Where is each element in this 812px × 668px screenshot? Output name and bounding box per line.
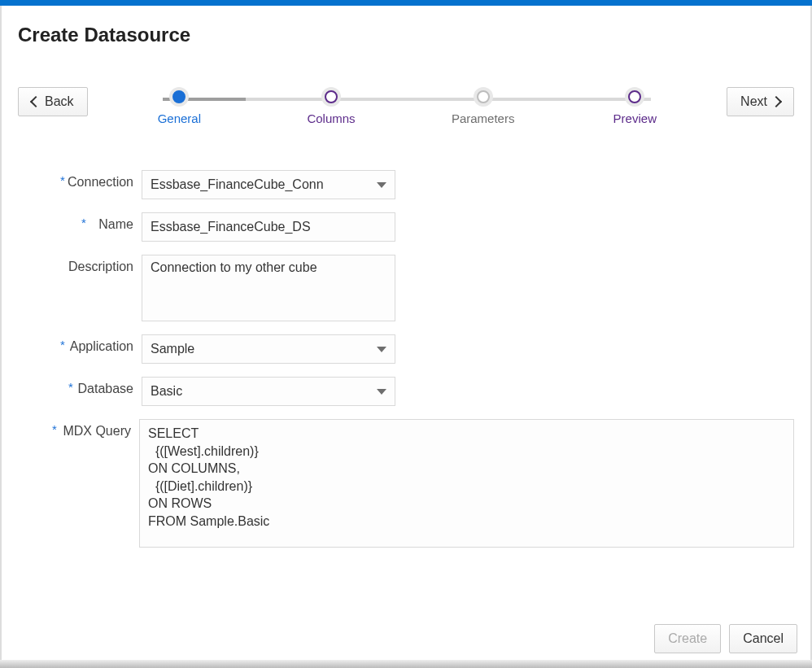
left-border: [0, 6, 2, 660]
step-label: Preview: [613, 111, 657, 125]
next-button-label: Next: [740, 94, 767, 109]
application-value: Sample: [151, 342, 194, 356]
name-label: Name: [18, 212, 142, 232]
chevron-left-icon: [30, 96, 41, 107]
name-value: Essbase_FinanceCube_DS: [151, 220, 311, 234]
step-label: Parameters: [452, 111, 515, 125]
connection-select[interactable]: Essbase_FinanceCube_Conn: [142, 170, 395, 199]
step-label: Columns: [307, 111, 355, 125]
description-value: Connection to my other cube: [151, 260, 317, 274]
stepper-track: [163, 98, 651, 101]
form-general: Connection Essbase_FinanceCube_Conn Name…: [18, 170, 794, 548]
application-label: Application: [18, 334, 142, 354]
database-label: Database: [18, 377, 142, 396]
step-general[interactable]: General: [146, 90, 212, 125]
chevron-down-icon: [377, 347, 386, 352]
mdx-label: MDX Query: [18, 419, 139, 439]
database-select[interactable]: Basic: [142, 377, 395, 406]
description-textarea[interactable]: Connection to my other cube: [142, 255, 395, 321]
database-value: Basic: [151, 384, 182, 399]
cancel-button-label: Cancel: [743, 631, 784, 646]
step-dot-icon: [477, 90, 490, 103]
create-button-label: Create: [668, 631, 707, 646]
cancel-button[interactable]: Cancel: [729, 624, 797, 653]
chevron-down-icon: [377, 182, 386, 188]
page-title: Create Datasource: [18, 24, 794, 46]
step-dot-icon: [325, 90, 338, 103]
next-button[interactable]: Next: [727, 87, 794, 116]
step-preview[interactable]: Preview: [602, 90, 667, 125]
mdx-query-textarea[interactable]: SELECT {([West].children)} ON COLUMNS, {…: [139, 419, 794, 548]
connection-label: Connection: [18, 170, 142, 190]
application-select[interactable]: Sample: [142, 334, 395, 364]
wizard-stepper: General Columns Parameters Preview: [88, 90, 727, 125]
window-top-accent: [0, 0, 812, 6]
mdx-value: SELECT {([West].children)} ON COLUMNS, {…: [148, 426, 269, 528]
name-input[interactable]: Essbase_FinanceCube_DS: [142, 212, 395, 242]
step-parameters[interactable]: Parameters: [451, 90, 516, 125]
back-button[interactable]: Back: [18, 87, 88, 116]
step-dot-icon: [628, 90, 641, 103]
back-button-label: Back: [45, 94, 74, 109]
create-button[interactable]: Create: [654, 624, 721, 653]
description-label: Description: [18, 255, 142, 274]
bottom-border: [0, 660, 812, 668]
step-columns[interactable]: Columns: [299, 90, 364, 125]
connection-value: Essbase_FinanceCube_Conn: [151, 177, 324, 192]
chevron-right-icon: [771, 96, 782, 107]
step-dot-icon: [172, 90, 186, 103]
step-label: General: [158, 111, 201, 125]
chevron-down-icon: [377, 389, 386, 395]
